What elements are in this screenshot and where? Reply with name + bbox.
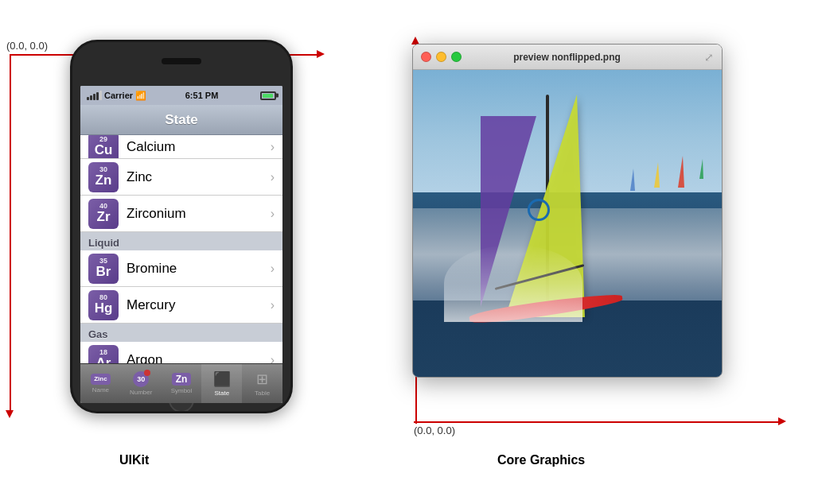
wifi-icon: 📶 xyxy=(135,91,146,101)
cg-h-axis-arrow xyxy=(778,417,786,425)
tab-state-icon: ⬛ xyxy=(213,370,231,388)
battery-area xyxy=(257,91,276,100)
iphone-mockup: Carrier 📶 6:51 PM State 29 Cu Calcium xyxy=(70,40,293,413)
uikit-v-axis xyxy=(10,54,11,413)
mac-window: preview nonflipped.png ⤢ xyxy=(412,44,723,378)
signal-bar-5 xyxy=(99,91,102,100)
zinc-badge: 30 Zn xyxy=(88,162,119,192)
traffic-light-minimize[interactable] xyxy=(436,52,446,62)
tab-name-label: Name xyxy=(92,386,109,394)
tab-state[interactable]: ⬛ State xyxy=(201,364,242,403)
zinc-symbol: Zn xyxy=(95,173,112,188)
tab-table-icon: ⊞ xyxy=(256,370,268,388)
tab-name-badge: Zinc xyxy=(91,374,110,384)
mac-window-content xyxy=(413,70,722,377)
iphone-speaker xyxy=(162,58,201,64)
traffic-light-close[interactable] xyxy=(421,52,431,62)
cg-coord-label: (0.0, 0.0) xyxy=(414,425,455,436)
zinc-name: Zinc xyxy=(127,169,263,185)
mercury-badge: 80 Hg xyxy=(88,290,119,320)
table-row-mercury[interactable]: 80 Hg Mercury › xyxy=(80,287,282,324)
bg-sail-1 xyxy=(678,156,684,188)
bromine-name: Bromine xyxy=(127,261,263,277)
bromine-chevron: › xyxy=(271,262,275,276)
mercury-name: Mercury xyxy=(127,297,263,313)
tab-number-badge-text: 30 xyxy=(137,375,145,383)
status-time: 6:51 PM xyxy=(185,91,219,100)
zirconium-name: Zirconium xyxy=(127,206,263,222)
bg-sail-3 xyxy=(630,169,635,191)
status-bar: Carrier 📶 6:51 PM xyxy=(80,86,282,105)
nav-bar: State xyxy=(80,105,282,135)
mac-resize-icon[interactable]: ⤢ xyxy=(704,51,714,64)
section-header-liquid: Liquid xyxy=(80,232,282,250)
uikit-label: UIKit xyxy=(119,453,149,467)
battery-icon xyxy=(260,91,276,100)
iphone-screen: Carrier 📶 6:51 PM State 29 Cu Calcium xyxy=(80,86,282,403)
bg-sail-4 xyxy=(699,159,703,179)
signal-bar-3 xyxy=(93,94,95,100)
tab-name[interactable]: Zinc Name xyxy=(80,364,121,403)
tab-state-label: State xyxy=(214,390,229,397)
uikit-coord-label: (0.0, 0.0) xyxy=(6,40,48,52)
mercury-chevron: › xyxy=(271,298,275,312)
mercury-symbol: Hg xyxy=(95,301,113,316)
table-row-bromine[interactable]: 35 Br Bromine › xyxy=(80,250,282,287)
bg-sail-2 xyxy=(654,162,660,188)
zirconium-chevron: › xyxy=(271,207,275,221)
partial-badge: 29 Cu xyxy=(88,135,119,159)
sail-circle-decoration xyxy=(528,199,550,221)
core-graphics-label: Core Graphics xyxy=(497,453,585,467)
tab-number-badge: 30 xyxy=(133,371,149,387)
carrier-label: Carrier xyxy=(104,91,133,100)
bromine-badge: 35 Br xyxy=(88,254,119,284)
carrier-area: Carrier 📶 xyxy=(87,91,146,101)
bromine-symbol: Br xyxy=(96,265,111,280)
signal-bar-2 xyxy=(90,95,92,100)
nav-bar-title: State xyxy=(165,112,198,128)
uikit-v-axis-arrow xyxy=(6,410,14,418)
tab-table[interactable]: ⊞ Table xyxy=(242,364,282,403)
tab-number[interactable]: 30 Number xyxy=(121,364,162,403)
section-header-gas: Gas xyxy=(80,324,282,342)
uikit-h-axis-top-arrow xyxy=(317,50,325,58)
table-row-zirconium[interactable]: 40 Zr Zirconium › xyxy=(80,196,282,232)
signal-bar-1 xyxy=(87,97,89,100)
partial-symbol: Cu xyxy=(95,143,113,158)
tab-number-dot xyxy=(144,370,150,376)
traffic-light-maximize[interactable] xyxy=(451,52,462,62)
tab-table-label: Table xyxy=(255,390,270,397)
tab-bar: Zinc Name 30 Number Zn Symbol ⬛ State xyxy=(80,363,282,403)
tab-symbol-badge: Zn xyxy=(172,373,192,386)
zirconium-badge: 40 Zr xyxy=(88,199,119,229)
partial-row: 29 Cu Calcium › xyxy=(80,135,282,159)
table-row-zinc[interactable]: 30 Zn Zinc › xyxy=(80,159,282,196)
signal-bar-4 xyxy=(96,92,99,100)
cg-h-axis xyxy=(414,421,780,423)
zinc-chevron: › xyxy=(271,170,275,184)
tab-number-label: Number xyxy=(130,389,152,396)
water-spray xyxy=(444,245,583,322)
battery-fill xyxy=(263,94,273,98)
tab-symbol[interactable]: Zn Symbol xyxy=(162,364,202,403)
partial-element-name: Calcium xyxy=(127,139,263,155)
partial-chevron: › xyxy=(271,140,275,154)
mac-titlebar: preview nonflipped.png ⤢ xyxy=(413,45,722,70)
mac-window-title: preview nonflipped.png xyxy=(466,52,699,63)
signal-bars xyxy=(87,91,102,100)
zirconium-symbol: Zr xyxy=(97,210,111,225)
tab-symbol-label: Symbol xyxy=(171,387,193,394)
surf-scene xyxy=(413,70,722,377)
